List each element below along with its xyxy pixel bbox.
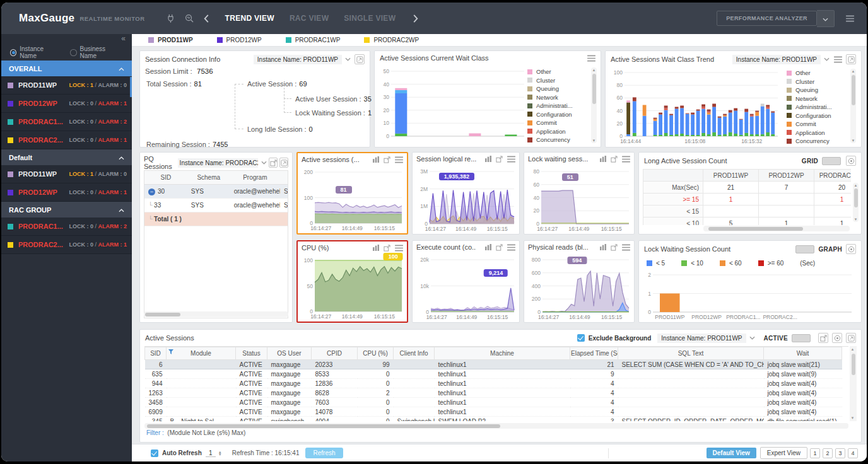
chevron-down-icon[interactable] <box>261 161 267 165</box>
table-row[interactable]: 6909ACTIVEmaxgauge140780techlinux14jobq … <box>145 407 842 417</box>
menu-icon[interactable] <box>834 56 842 63</box>
bar-chart-icon[interactable] <box>600 156 606 162</box>
tab-single-view[interactable]: SINGLE VIEW <box>344 14 396 23</box>
bar-chart-icon[interactable] <box>485 244 491 250</box>
refresh-button[interactable]: Refresh <box>305 448 343 458</box>
instance-item[interactable]: PRODRAC2...LOCK : 0 / ALARM : 1 <box>1 236 132 254</box>
grid-row[interactable]: < 15 <box>643 206 852 218</box>
instance-item[interactable]: PRODRAC2...LOCK : 0 / ALARM : 1 <box>1 131 132 149</box>
legend-scrollbar[interactable]: ▲▼ <box>591 67 597 143</box>
grid-row[interactable]: Max(Sec)21720 <box>643 182 852 194</box>
radio-business-name[interactable]: Business Name <box>70 45 120 59</box>
group-header-rac-group[interactable]: RAC GROUP <box>1 202 132 218</box>
instance-item[interactable]: PRODRAC1...LOCK : 0 / ALARM : 2 <box>1 218 132 236</box>
table-hscrollbar[interactable] <box>144 423 848 429</box>
instance-item[interactable]: PRODRAC1...LOCK : 0 / ALARM : 2 <box>1 113 132 131</box>
tab-rac-view[interactable]: RAC VIEW <box>290 14 329 23</box>
column-header-sql-text[interactable]: SQL Text <box>618 347 764 360</box>
column-header-cpu-[interactable]: CPU (%) <box>358 347 394 360</box>
table-row[interactable]: 635ACTIVEmaxgauge85330techlinux19jobq sl… <box>145 369 842 379</box>
grid-vscrollbar[interactable]: ▲▼ <box>853 183 859 222</box>
popout-icon[interactable] <box>384 156 390 163</box>
menu-icon[interactable] <box>395 156 403 163</box>
popout-icon[interactable] <box>611 244 618 251</box>
grid-row[interactable]: < 10511 <box>643 218 852 226</box>
chevron-left-icon[interactable] <box>204 14 209 23</box>
physical-reads-chart[interactable]: 020040060080016:14:2716:14:4916:15:15594 <box>526 255 632 320</box>
instance-item[interactable]: PROD11WPLOCK : 1 / ALARM : 0 <box>1 165 132 183</box>
column-header-status[interactable]: Status <box>236 347 267 360</box>
grid-hscrollbar[interactable] <box>703 226 850 231</box>
column-header-wait[interactable]: Wait <box>764 347 842 360</box>
chevron-down-icon[interactable] <box>824 57 830 61</box>
bar-chart-icon[interactable] <box>485 156 491 162</box>
table-row[interactable]: 1263ACTIVEmaxgauge86282techlinux14jobq s… <box>145 388 842 398</box>
radio-instance-name[interactable]: Instance Name <box>10 45 59 59</box>
table-row[interactable]: 6ACTIVEmaxgauge2023399techlinux121SELECT… <box>145 360 842 369</box>
lock-waiting-chart[interactable]: 02040608016:14:2716:14:4916:15:1551 <box>526 166 632 232</box>
grid-column-header[interactable]: PROD11WP <box>703 170 759 182</box>
column-header-sid[interactable]: SID <box>145 347 167 360</box>
menu-icon[interactable] <box>622 156 630 163</box>
grid-graph-toggle[interactable] <box>795 245 814 253</box>
pq-row[interactable]: −30SYSoracle@weheheh...St <box>144 185 288 199</box>
record-icon[interactable] <box>846 156 856 166</box>
auto-refresh-checkbox[interactable] <box>151 450 158 457</box>
column-header-elapsed-time-sec-[interactable]: Elapsed Time (Sec) <box>570 347 618 360</box>
filter-icon[interactable] <box>168 349 173 356</box>
wait-class-chart[interactable]: 01020304050 <box>377 66 527 144</box>
view-page-4[interactable]: 4 <box>848 448 858 458</box>
popout-icon[interactable] <box>496 156 503 163</box>
sidebar-collapse-icon[interactable]: « <box>121 34 126 43</box>
analyzer-dropdown-button[interactable] <box>817 10 835 27</box>
chevron-down-icon[interactable] <box>345 57 351 61</box>
legend-scrollbar[interactable]: ▲▼ <box>850 69 856 143</box>
view-page-1[interactable]: 1 <box>810 448 820 458</box>
instance-item[interactable]: PROD11WPLOCK : 1 / ALARM : 0 <box>1 76 132 95</box>
column-header-cpid[interactable]: CPID <box>312 347 358 360</box>
search-chart-icon[interactable] <box>185 14 194 23</box>
menu-icon[interactable] <box>507 244 515 251</box>
pq-hscrollbar[interactable] <box>144 311 288 317</box>
record-icon[interactable] <box>846 244 856 254</box>
table-row[interactable]: 944ACTIVEmaxgauge128360techlinux14jobq s… <box>145 379 842 388</box>
menu-icon[interactable] <box>587 55 595 62</box>
popout-icon[interactable] <box>818 333 828 343</box>
plug-icon[interactable] <box>167 14 175 23</box>
table-row[interactable]: 3458ACTIVEmaxgauge76030techlinux14jobq s… <box>145 398 842 407</box>
pq-row[interactable]: └Total ( 1 ) <box>144 212 288 226</box>
cpu-chart[interactable]: 05010016:14:2716:14:4916:15:15100 <box>300 255 405 320</box>
menu-icon[interactable] <box>507 156 515 163</box>
column-header-module[interactable]: Module <box>167 347 236 360</box>
collapse-node-icon[interactable]: − <box>148 188 155 195</box>
pq-row[interactable]: └33SYSoracle@weheheh...St <box>144 199 288 212</box>
instance-dropdown[interactable]: Instance Name: PRODRAC2WP <box>178 158 259 168</box>
popout-icon[interactable] <box>611 156 618 163</box>
execute-count-chart[interactable]: 010k20k16:14:2716:14:4916:15:159,214 <box>414 255 517 320</box>
instance-item[interactable]: PROD12WPLOCK : 0 / ALARM : 1 <box>1 95 132 113</box>
default-view-button[interactable]: Default View <box>707 448 756 458</box>
performance-analyzer-button[interactable]: PERFORMANCE ANALYZER <box>717 11 817 26</box>
bar-chart-icon[interactable] <box>373 156 379 163</box>
export-icon[interactable] <box>846 333 856 343</box>
lock-count-chart[interactable]: 012PROD11WPPROD12WPPRODRAC1...PRODRAC2..… <box>643 270 855 320</box>
logical-reads-chart[interactable]: 01M2M3M16:14:2716:14:4916:15:151,935,382 <box>414 166 517 232</box>
menu-icon[interactable] <box>395 245 403 252</box>
bar-chart-icon[interactable] <box>373 245 379 251</box>
grid-column-header[interactable]: PRODRAC1WP <box>814 170 852 182</box>
pq-column-header[interactable]: SID <box>144 174 187 181</box>
view-page-2[interactable]: 2 <box>823 448 833 458</box>
group-header-default[interactable]: Default <box>1 149 132 165</box>
grid-graph-toggle[interactable] <box>822 157 841 165</box>
bar-chart-icon[interactable] <box>600 244 606 250</box>
view-page-3[interactable]: 3 <box>835 448 845 458</box>
hamburger-menu-icon[interactable] <box>846 15 854 22</box>
exclude-background-checkbox[interactable] <box>577 334 585 342</box>
menu-icon[interactable] <box>622 244 630 251</box>
export-icon[interactable] <box>355 54 365 64</box>
pq-column-header[interactable]: Schema <box>187 174 230 181</box>
instance-item[interactable]: PROD12WPLOCK : 0 / ALARM : 1 <box>1 183 132 202</box>
tab-trend-view[interactable]: TREND VIEW <box>225 14 274 23</box>
pq-column-header[interactable]: Program <box>230 174 280 181</box>
active-toggle[interactable] <box>792 334 811 342</box>
